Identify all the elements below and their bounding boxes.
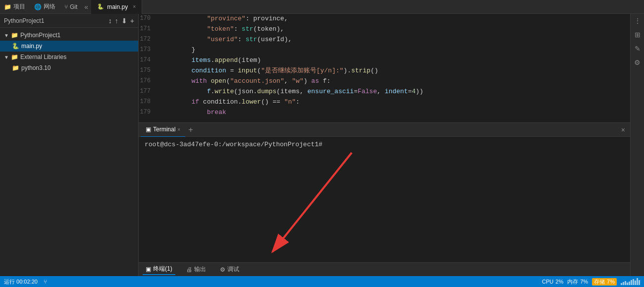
right-panel-icon-1[interactable]: ⋮ [633, 16, 642, 26]
code-line-178: 178 if condition.lower() == "n": [139, 97, 630, 108]
line-content: if condition.lower() == "n": [159, 97, 630, 108]
debug-btn-icon: ⚙ [220, 266, 225, 273]
status-bar: 运行 00:02:20 ⑂ CPU 2% 内存 7% 存储 7% [0, 276, 644, 287]
line-number: 170 [139, 14, 159, 23]
line-content: condition = input("是否继续添加账号[y/n]:").stri… [159, 66, 630, 76]
code-line-170: 170 "province": province, [139, 14, 630, 24]
expand-arrow-icon: ▼ [4, 33, 9, 38]
right-panel-icon-4[interactable]: ⚙ [633, 57, 642, 67]
code-line-172: 172 "userid": str(userId), [139, 35, 630, 45]
line-number: 174 [139, 56, 159, 65]
terminal-tabs: ▣ Terminal × + × [139, 123, 630, 137]
line-content: "userid": str(userId), [159, 35, 630, 45]
terminal-panel: ▣ Terminal × + × root@dcs-3ad47efe-0:/wo… [139, 122, 630, 276]
git-icon: ⑂ [64, 3, 68, 10]
menu-project[interactable]: 📁 项目 [0, 1, 29, 12]
right-panel-icon-3[interactable]: ✎ [634, 44, 642, 54]
code-lines: 170 "province": province, 171 "token": s… [139, 14, 630, 122]
line-number: 179 [139, 108, 159, 117]
memory-label: 内存 [567, 278, 578, 286]
terminal-prompt: root@dcs-3ad47efe-0:/workspace/PythonPro… [145, 141, 322, 148]
line-content: break [159, 108, 630, 118]
tab-main-py[interactable]: 🐍 main.py × [91, 0, 142, 14]
line-number: 176 [139, 76, 159, 86]
sidebar-title: PythonProject1 [4, 17, 44, 24]
terminal-btn-terminal[interactable]: ▣ 终端(1) [143, 264, 175, 275]
sidebar-item-pythonproject1[interactable]: ▼ 📁 PythonProject1 [0, 30, 138, 41]
terminal-tab-close-icon[interactable]: × [177, 127, 180, 132]
usage-graph [621, 278, 640, 285]
terminal-btn-output[interactable]: 🖨 输出 [183, 264, 209, 275]
sidebar-item-python310[interactable]: 📁 python3.10 [0, 62, 138, 73]
right-panel: ⋮ ⊞ ✎ ⚙ [630, 14, 644, 276]
right-panel-icon-2[interactable]: ⊞ [634, 30, 642, 40]
output-btn-icon: 🖨 [186, 266, 192, 273]
line-content: "province": province, [159, 14, 630, 24]
network-icon: 🌐 [34, 3, 42, 10]
download-icon[interactable]: ⬇ [121, 17, 127, 25]
code-line-174: 174 items.append(item) [139, 56, 630, 66]
tab-bar: 🐍 main.py × [91, 0, 644, 14]
menu-network[interactable]: 🌐 网络 [30, 1, 59, 12]
run-label: 运行 00:02:20 [4, 278, 38, 286]
cpu-label: CPU [542, 279, 553, 285]
line-number: 175 [139, 66, 159, 75]
terminal-content[interactable]: root@dcs-3ad47efe-0:/workspace/PythonPro… [139, 137, 630, 262]
line-content: f.write(json.dumps(items, ensure_ascii=F… [159, 87, 630, 97]
code-line-177: 177 f.write(json.dumps(items, ensure_asc… [139, 87, 630, 97]
collapse-icon[interactable]: ↕ [108, 17, 112, 25]
code-line-175: 175 condition = input("是否继续添加账号[y/n]:").… [139, 66, 630, 76]
main-area: PythonProject1 ↕ ↑ ⬇ + ▼ 📁 PythonProject… [0, 14, 644, 276]
upload-icon[interactable]: ↑ [115, 17, 118, 25]
status-branch: ⑂ [44, 279, 47, 285]
git-branch-icon: ⑂ [44, 279, 47, 285]
folder-icon: 📁 [12, 64, 19, 71]
storage-value: 7% [607, 279, 615, 285]
line-number: 177 [139, 87, 159, 96]
cpu-value: 2% [555, 279, 563, 285]
menu-bar: 📁 项目 🌐 网络 ⑂ Git [0, 1, 81, 12]
terminal-bottom-bar: ▣ 终端(1) 🖨 输出 ⚙ 调试 [139, 262, 630, 276]
code-line-171: 171 "token": str(token), [139, 24, 630, 35]
status-storage: 存储 7% [592, 278, 617, 286]
sidebar: PythonProject1 ↕ ↑ ⬇ + ▼ 📁 PythonProject… [0, 14, 139, 276]
sidebar-header: PythonProject1 ↕ ↑ ⬇ + [0, 14, 138, 28]
line-content: items.append(item) [159, 56, 630, 66]
status-cpu: CPU 2% [542, 279, 563, 285]
line-content: "token": str(token), [159, 24, 630, 35]
line-number: 171 [139, 24, 159, 34]
memory-value: 7% [580, 279, 588, 285]
status-memory: 内存 7% [567, 278, 588, 286]
tab-close-button[interactable]: × [133, 4, 136, 9]
status-run: 运行 00:02:20 [4, 278, 38, 286]
terminal-btn-icon: ▣ [146, 266, 151, 273]
line-content: with open("account.json", "w") as f: [159, 76, 630, 87]
storage-label: 存储 [594, 278, 605, 286]
line-number: 172 [139, 35, 159, 44]
sidebar-tree: ▼ 📁 PythonProject1 🐍 main.py ▼ 📁 Externa… [0, 28, 138, 276]
python-icon: 🐍 [12, 43, 19, 50]
title-bar: 📁 项目 🌐 网络 ⑂ Git « 🐍 main.py × [0, 0, 644, 14]
chevron-button[interactable]: « [81, 3, 91, 11]
menu-git[interactable]: ⑂ Git [60, 2, 81, 11]
expand-arrow-icon: ▼ [4, 55, 9, 60]
add-file-icon[interactable]: + [130, 17, 134, 25]
code-line-179: 179 break [139, 108, 630, 118]
sidebar-item-main-py[interactable]: 🐍 main.py [0, 41, 138, 52]
line-number: 178 [139, 97, 159, 107]
terminal-add-tab-button[interactable]: + [185, 125, 196, 134]
line-content: } [159, 45, 630, 56]
folder-icon: 📁 [11, 32, 18, 39]
terminal-btn-debug[interactable]: ⚙ 调试 [217, 264, 242, 275]
terminal-close-button[interactable]: × [618, 126, 628, 134]
status-right: CPU 2% 内存 7% 存储 7% [542, 278, 640, 286]
code-line-173: 173 } [139, 45, 630, 56]
sidebar-actions: ↕ ↑ ⬇ + [108, 17, 134, 25]
python-file-icon: 🐍 [97, 3, 104, 10]
code-editor[interactable]: 170 "province": province, 171 "token": s… [139, 14, 630, 122]
sidebar-item-external-libraries[interactable]: ▼ 📁 External Libraries [0, 52, 138, 62]
code-line-176: 176 with open("account.json", "w") as f: [139, 76, 630, 87]
project-icon: 📁 [4, 3, 11, 10]
folder-icon: 📁 [11, 54, 18, 60]
terminal-tab-1[interactable]: ▣ Terminal × [141, 123, 185, 137]
